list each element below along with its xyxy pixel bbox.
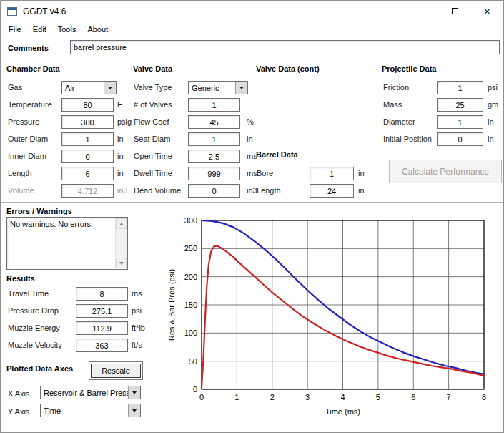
close-icon: × (484, 6, 490, 16)
initial-position-input[interactable]: 0 (437, 132, 483, 146)
num-valves-input[interactable]: 1 (188, 98, 240, 112)
comments-input[interactable]: barrel pressure (70, 40, 500, 54)
minimize-button[interactable] (407, 1, 439, 21)
bore-input[interactable]: 1 (310, 167, 354, 180)
pressure-input[interactable]: 300 (61, 115, 114, 129)
calculate-performance-button[interactable]: Calculate Performance (389, 160, 502, 183)
rescale-button-frame: Rescale (89, 361, 143, 380)
initial-position-unit: in (488, 135, 494, 144)
chevron-down-icon (235, 82, 247, 94)
errors-text: No warnings. No errors. (10, 220, 112, 229)
barrel-header: Barrel Data (256, 150, 298, 159)
diameter-input[interactable]: 1 (437, 115, 483, 129)
num-valves-label: # of Valves (134, 100, 172, 110)
barrel-length-unit: in (358, 186, 365, 195)
x-axis-select[interactable]: Reservoir & Barrel Pressu (40, 386, 141, 399)
gas-value: Air (62, 82, 104, 94)
temperature-input[interactable]: 80 (61, 98, 114, 112)
seat-diam-input[interactable]: 1 (188, 132, 240, 146)
y-tick-label: 200 (184, 273, 197, 281)
chamber-length-label: Length (8, 169, 32, 178)
bore-unit: in (358, 169, 365, 178)
chevron-down-icon (128, 404, 140, 417)
outer-diam-input[interactable]: 1 (61, 132, 114, 146)
y-tick-label: 100 (184, 329, 197, 337)
mass-unit: gm (488, 100, 498, 110)
x-tick-label: 3 (305, 393, 310, 402)
outer-diam-label: Outer Diam (8, 135, 48, 144)
pressure-label: Pressure (8, 117, 39, 127)
valve-type-label: Valve Type (134, 83, 172, 92)
inner-diam-input[interactable]: 0 (61, 150, 114, 163)
maximize-icon (452, 8, 458, 14)
mass-label: Mass (383, 100, 402, 110)
dead-volume-label: Dead Volume (134, 186, 181, 195)
x-tick-label: 7 (447, 393, 451, 402)
volume-readout: 4.712 (61, 184, 114, 198)
menubar: File Edit Tools About (1, 21, 503, 37)
x-tick-label: 0 (199, 393, 204, 402)
inner-diam-label: Inner Diam (8, 152, 46, 161)
pressure-drop-readout: 275.1 (76, 304, 128, 318)
scroll-down-icon[interactable] (116, 258, 127, 268)
x-tick-label: 4 (340, 393, 345, 402)
errors-textbox[interactable]: No warnings. No errors. (6, 217, 128, 270)
seat-diam-unit: in (247, 135, 253, 144)
travel-time-readout: 8 (76, 287, 128, 301)
x-tick-label: 6 (411, 393, 415, 402)
muzzle-energy-unit: ft*lb (132, 323, 145, 333)
errors-header: Errors / Warnings (6, 207, 72, 215)
x-tick-label: 1 (234, 393, 239, 402)
diameter-unit: in (488, 117, 494, 127)
scroll-up-icon[interactable] (116, 218, 127, 229)
y-tick-label: 0 (193, 385, 197, 394)
titlebar: GGDT v4.6 × (1, 1, 503, 21)
scrollbar[interactable] (115, 218, 127, 268)
chamber-length-unit: in (117, 169, 124, 178)
valve-cont-header: Valve Data (cont) (256, 64, 320, 73)
barrel-length-input[interactable]: 24 (310, 184, 354, 198)
comments-value: barrel pressure (74, 43, 127, 52)
flow-coef-input[interactable]: 45 (188, 115, 240, 129)
y-axis-select[interactable]: Time (40, 404, 141, 417)
y-axis-title: Res & Bar Pres (psi) (167, 269, 176, 341)
friction-unit: psi (488, 83, 498, 92)
chevron-down-icon (104, 82, 116, 94)
chamber-length-input[interactable]: 6 (61, 167, 114, 180)
y-tick-label: 50 (189, 357, 197, 366)
open-time-label: Open Time (134, 152, 172, 161)
x-tick-label: 2 (270, 393, 275, 402)
window-controls: × (407, 1, 503, 21)
menu-edit[interactable]: Edit (27, 23, 52, 36)
x-tick-label: 5 (376, 393, 380, 402)
open-time-input[interactable]: 2.5 (188, 150, 240, 163)
close-button[interactable]: × (471, 1, 503, 21)
y-tick-label: 250 (184, 244, 197, 253)
valve-type-value: Generic (189, 82, 235, 94)
pressure-unit: psig (117, 117, 132, 127)
bore-label: Bore (257, 169, 273, 178)
menu-about[interactable]: About (81, 23, 114, 36)
mass-input[interactable]: 25 (437, 98, 483, 112)
minimize-icon (420, 11, 427, 11)
projectile-header: Projectile Data (382, 64, 436, 73)
chevron-down-icon (128, 386, 140, 399)
x-axis-value: Reservoir & Barrel Pressu (41, 386, 128, 399)
valve-type-select[interactable]: Generic (188, 81, 248, 94)
y-axis-label: Y Axis (8, 407, 29, 417)
menu-file[interactable]: File (3, 23, 27, 36)
gas-select[interactable]: Air (61, 81, 117, 94)
friction-label: Friction (383, 83, 409, 92)
maximize-button[interactable] (439, 1, 471, 21)
inner-diam-unit: in (117, 152, 124, 161)
dead-volume-input[interactable]: 0 (188, 184, 240, 198)
outer-diam-unit: in (117, 135, 124, 144)
menu-tools[interactable]: Tools (52, 23, 82, 36)
rescale-button[interactable]: Rescale (91, 364, 141, 378)
app-icon (7, 7, 17, 16)
friction-input[interactable]: 1 (437, 81, 483, 94)
plotted-axes-header: Plotted Data Axes (6, 364, 73, 373)
dwell-time-input[interactable]: 999 (188, 167, 240, 180)
x-tick-label: 8 (482, 393, 486, 402)
gas-label: Gas (8, 83, 22, 92)
